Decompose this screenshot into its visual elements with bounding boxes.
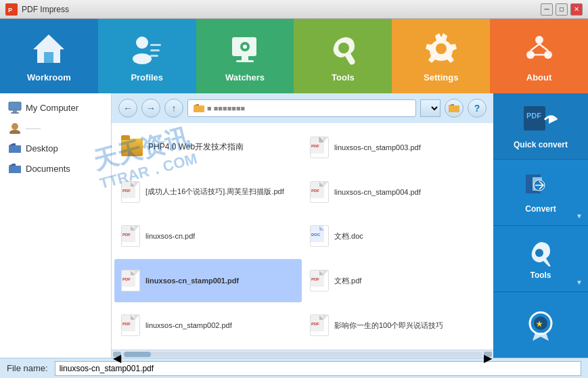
svg-text:★: ★ (536, 320, 543, 328)
computer-label: My Computer (26, 103, 78, 113)
svg-point-25 (12, 123, 18, 130)
app-title: PDF Impress (22, 5, 541, 14)
sidebar-item-documents[interactable]: Documents (3, 160, 108, 177)
tools-label: Tools (530, 270, 551, 280)
wendang-pdf-name: 文档.pdf (334, 276, 361, 286)
scrollbar-horizontal[interactable]: ◀ ▶ (112, 350, 493, 358)
about-icon (521, 30, 558, 67)
sidebar-item-computer[interactable]: My Computer (3, 99, 108, 116)
svg-rect-7 (150, 49, 160, 51)
pdf-icon-5: PDF (121, 270, 140, 291)
documents-folder-icon (8, 162, 22, 174)
workroom-icon (30, 30, 67, 67)
file-item-stamp001[interactable]: PDF linuxsos-cn_stamp001.pdf (114, 259, 302, 302)
svg-text:PDF: PDF (526, 112, 541, 120)
sidebar: My Computer —— Desktop Documents (0, 93, 112, 358)
nav-about[interactable]: About (490, 19, 588, 93)
settings-icon (423, 30, 459, 67)
file-item-wendang-pdf[interactable]: PDF 文档.pdf (303, 259, 491, 302)
file-item-stamp004[interactable]: PDF linuxsos-cn_stamp004.pdf (303, 170, 491, 214)
file-item-doc[interactable]: DOC 文档.doc (303, 215, 491, 258)
pdf-icon-3: PDF (310, 181, 329, 203)
convert-button[interactable]: Convert ▼ (493, 160, 588, 226)
profiles-label: Profiles (131, 72, 163, 82)
filename-label: File name: (7, 363, 48, 373)
toolbar-row: ← → ↑ ■ ■■■■■■■ ? (112, 93, 493, 123)
app-icon: P (5, 3, 18, 16)
scrollbar-track (122, 352, 482, 357)
path-dropdown[interactable] (420, 99, 440, 117)
nav-workroom[interactable]: Workroom (0, 19, 98, 93)
close-button[interactable]: ✕ (570, 3, 583, 16)
svg-line-20 (539, 44, 548, 51)
svg-rect-24 (11, 112, 19, 114)
tools-icon (520, 238, 561, 266)
watchers-icon (227, 30, 263, 67)
path-text: ■ ■■■■■■■ (207, 104, 245, 112)
file-item-php-folder[interactable]: PHP4.0 Web开发技术指南 (114, 126, 302, 169)
scroll-left-btn[interactable]: ◀ (113, 352, 121, 357)
minimize-button[interactable]: ─ (541, 3, 553, 16)
forward-button[interactable]: → (141, 99, 160, 118)
pdf-icon-6: PDF (310, 270, 329, 291)
settings-label: Settings (424, 72, 458, 82)
svg-rect-8 (150, 55, 158, 57)
user-label: —— (26, 124, 41, 132)
linuxsos-cn-name: linuxsos-cn.pdf (145, 232, 195, 240)
path-folder-icon (194, 103, 204, 113)
sidebar-item-desktop[interactable]: Desktop (3, 139, 108, 157)
user-icon (8, 122, 22, 134)
title-bar: P PDF Impress ─ □ ✕ (0, 0, 588, 19)
file-item-yingxiang[interactable]: PDF 影响你一生的100个即兴说话技巧 (303, 304, 491, 347)
pdf-icon-8: PDF (310, 314, 329, 336)
svg-point-11 (243, 45, 247, 49)
computer-icon (8, 101, 22, 114)
svg-point-16 (535, 36, 543, 44)
up-button[interactable]: ↑ (164, 99, 183, 118)
tools-button[interactable]: Tools ▼ (493, 226, 588, 292)
file-item-linuxsos-cn[interactable]: PDF linuxsos-cn.pdf (114, 215, 302, 258)
filename-input[interactable] (55, 361, 581, 376)
scrollbar-thumb[interactable] (124, 352, 151, 357)
stamp002-name: linuxsos-cn_stamp002.pdf (145, 321, 232, 329)
filename-bar: File name: (0, 358, 588, 378)
svg-point-5 (133, 53, 152, 64)
desktop-label: Desktop (26, 143, 58, 153)
quick-convert-button[interactable]: PDF Quick convert (493, 93, 588, 160)
file-browser: ← → ↑ ■ ■■■■■■■ ? (112, 93, 493, 358)
award-icon: ★ (520, 308, 561, 342)
file-item-stamp003[interactable]: PDF linuxsos-cn_stamp003.pdf (303, 126, 491, 169)
file-item-stamp002[interactable]: PDF linuxsos-cn_stamp002.pdf (114, 304, 302, 347)
stamp001-name: linuxsos-cn_stamp001.pdf (145, 277, 239, 285)
file-item-success[interactable]: PDF [成功人士16个说话技巧].周芙呈扫描版.pdf (114, 170, 302, 214)
nav-bar: Workroom Profiles Watchers (0, 19, 588, 93)
svg-point-14 (338, 43, 349, 53)
svg-rect-12 (242, 56, 248, 60)
svg-point-15 (436, 43, 447, 54)
desktop-folder-icon (8, 142, 22, 154)
help-button[interactable]: ? (468, 99, 487, 118)
back-button[interactable]: ← (118, 99, 137, 118)
nav-watchers[interactable]: Watchers (196, 19, 294, 93)
nav-settings[interactable]: Settings (392, 19, 490, 93)
pdf-icon-2: PDF (121, 181, 140, 203)
svg-rect-23 (13, 110, 17, 112)
svg-point-51 (535, 249, 543, 257)
tools-dropdown-arrow: ▼ (576, 279, 583, 286)
window-controls: ─ □ ✕ (541, 3, 583, 16)
nav-profiles[interactable]: Profiles (98, 19, 196, 93)
nav-tools[interactable]: Tools (294, 19, 392, 93)
award-button[interactable]: ★ (493, 292, 588, 358)
pdf-icon-7: PDF (121, 314, 140, 336)
pdf-icon-4: PDF (121, 225, 140, 247)
php-folder-name: PHP4.0 Web开发技术指南 (148, 141, 244, 153)
maximize-button[interactable]: □ (556, 3, 568, 16)
svg-rect-13 (236, 60, 254, 62)
tools-nav-icon (325, 30, 361, 67)
files-grid: PHP4.0 Web开发技术指南 PDF linuxsos-cn_stamp00… (112, 123, 493, 350)
folder-btn[interactable] (445, 99, 463, 118)
svg-rect-22 (9, 102, 21, 110)
success-name: [成功人士16个说话技巧].周芙呈扫描版.pdf (145, 187, 284, 197)
sidebar-item-user[interactable]: —— (3, 119, 108, 137)
scroll-right-btn[interactable]: ▶ (484, 352, 492, 357)
